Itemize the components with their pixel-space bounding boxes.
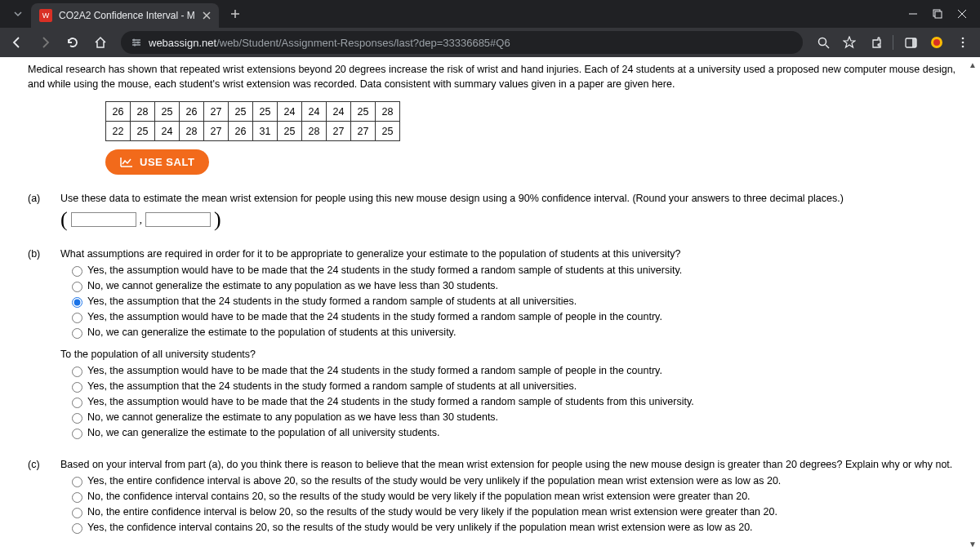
radio-input[interactable] — [72, 328, 82, 339]
radio-input[interactable] — [72, 266, 82, 277]
reload-button[interactable] — [60, 30, 85, 55]
data-cell: 24 — [327, 102, 351, 122]
data-cell: 27 — [204, 102, 229, 122]
search-icon[interactable] — [811, 30, 835, 55]
part-b-text: What assumptions are required in order f… — [60, 248, 965, 260]
data-cell: 25 — [253, 102, 278, 122]
profile-button[interactable] — [924, 30, 949, 55]
use-salt-button[interactable]: USE SALT — [105, 149, 209, 175]
radio-input[interactable] — [72, 297, 82, 308]
option-text: Yes, the assumption would have to be mad… — [87, 264, 682, 276]
radio-option[interactable]: No, we cannot generalize the estimate to… — [72, 278, 965, 294]
extensions-icon[interactable] — [863, 30, 888, 55]
radio-option[interactable]: No, the confidence interval contains 20,… — [72, 489, 965, 504]
option-text: Yes, the assumption that the 24 students… — [87, 380, 577, 392]
menu-icon[interactable] — [951, 30, 975, 55]
forward-button[interactable] — [33, 30, 57, 55]
part-c-label: (c) — [28, 459, 52, 535]
new-tab-button[interactable] — [224, 2, 247, 25]
radio-option[interactable]: Yes, the assumption would have to be mad… — [72, 394, 965, 410]
bookmark-icon[interactable] — [837, 30, 862, 55]
svg-point-9 — [962, 42, 964, 44]
option-text: Yes, the entire confidence interval is a… — [87, 475, 781, 487]
data-cell: 25 — [278, 122, 302, 141]
data-cell: 24 — [302, 102, 327, 122]
page-content: ▲ ▼ Medical research has shown that repe… — [0, 57, 980, 551]
site-settings-icon[interactable] — [131, 37, 142, 48]
data-cell: 26 — [180, 102, 204, 122]
radio-option[interactable]: No, we cannot generalize the estimate to… — [72, 410, 965, 425]
radio-input[interactable] — [72, 382, 82, 393]
radio-input[interactable] — [72, 282, 82, 292]
option-text: Yes, the assumption would have to be mad… — [87, 396, 694, 407]
svg-point-10 — [962, 46, 964, 48]
radio-option[interactable]: Yes, the assumption would have to be mad… — [72, 309, 965, 325]
part-a-text: Use these data to estimate the mean wris… — [60, 193, 965, 204]
ci-lower-input[interactable] — [71, 212, 136, 227]
data-cell: 26 — [229, 122, 253, 141]
svg-rect-7 — [912, 38, 916, 47]
browser-tab[interactable]: W CO2A2 Confidence Interval - M — [31, 3, 219, 28]
part-b-subquestion: To the population of all university stud… — [60, 349, 965, 360]
radio-option[interactable]: Yes, the assumption would have to be mad… — [72, 263, 965, 278]
option-text: No, the confidence interval contains 20,… — [87, 491, 751, 502]
radio-option[interactable]: Yes, the assumption would have to be mad… — [72, 363, 965, 379]
radio-input[interactable] — [72, 367, 82, 377]
option-text: No, we cannot generalize the estimate to… — [87, 411, 498, 423]
svg-point-3 — [137, 42, 140, 44]
intro-text: Medical research has shown that repeated… — [28, 62, 965, 98]
radio-option[interactable]: No, we can generalize the estimate to th… — [72, 425, 965, 441]
side-panel-icon[interactable] — [898, 30, 923, 55]
scroll-down-icon[interactable]: ▼ — [967, 538, 978, 549]
option-text: Yes, the confidence interval contains 20… — [87, 522, 753, 533]
data-cell: 27 — [327, 122, 351, 141]
data-cell: 25 — [351, 102, 376, 122]
radio-input[interactable] — [72, 492, 82, 503]
option-text: Yes, the assumption would have to be mad… — [87, 311, 662, 322]
scroll-up-icon[interactable]: ▲ — [967, 59, 978, 70]
option-text: No, the entire confidence interval is be… — [87, 506, 777, 518]
radio-input[interactable] — [72, 477, 82, 487]
data-table: 2628252627252524242425282225242827263125… — [105, 101, 400, 141]
window-controls — [900, 9, 975, 19]
radio-input[interactable] — [72, 313, 82, 323]
titlebar: W CO2A2 Confidence Interval - M — [0, 0, 980, 28]
radio-option[interactable]: Yes, the assumption that the 24 students… — [72, 379, 965, 394]
data-cell: 22 — [106, 122, 131, 141]
chart-icon — [120, 157, 133, 168]
close-window-icon[interactable] — [957, 9, 967, 19]
option-text: Yes, the assumption that the 24 students… — [87, 295, 577, 307]
data-cell: 31 — [253, 122, 278, 141]
close-icon[interactable] — [203, 11, 211, 20]
radio-input[interactable] — [72, 523, 82, 534]
data-cell: 25 — [131, 122, 155, 141]
home-button[interactable] — [88, 30, 113, 55]
data-cell: 28 — [131, 102, 155, 122]
option-text: No, we can generalize the estimate to th… — [87, 427, 440, 438]
tab-title: CO2A2 Confidence Interval - M — [59, 10, 196, 21]
radio-input[interactable] — [72, 398, 82, 408]
tab-search-dropdown[interactable] — [8, 4, 28, 24]
svg-point-2 — [133, 39, 136, 42]
use-salt-label: USE SALT — [140, 156, 194, 168]
ci-upper-input[interactable] — [145, 212, 211, 227]
data-cell: 27 — [204, 122, 229, 141]
address-bar[interactable]: webassign.net/web/Student/Assignment-Res… — [121, 31, 803, 54]
address-path: /web/Student/Assignment-Responses/last?d… — [216, 37, 510, 49]
address-host: webassign.net — [149, 37, 216, 49]
part-c-text: Based on your interval from part (a), do… — [60, 459, 965, 470]
radio-option[interactable]: Yes, the assumption that the 24 students… — [72, 294, 965, 309]
back-button[interactable] — [5, 30, 29, 55]
radio-input[interactable] — [72, 429, 82, 439]
radio-input[interactable] — [72, 508, 82, 518]
data-cell: 26 — [106, 102, 131, 122]
radio-option[interactable]: No, we can generalize the estimate to th… — [72, 325, 965, 340]
minimize-icon[interactable] — [908, 9, 918, 19]
radio-option[interactable]: Yes, the entire confidence interval is a… — [72, 473, 965, 489]
ci-input-group: ( , ) — [60, 209, 965, 230]
favicon-icon: W — [39, 9, 52, 22]
radio-option[interactable]: No, the entire confidence interval is be… — [72, 504, 965, 520]
radio-option[interactable]: Yes, the confidence interval contains 20… — [72, 520, 965, 535]
maximize-icon[interactable] — [933, 9, 942, 19]
radio-input[interactable] — [72, 413, 82, 424]
